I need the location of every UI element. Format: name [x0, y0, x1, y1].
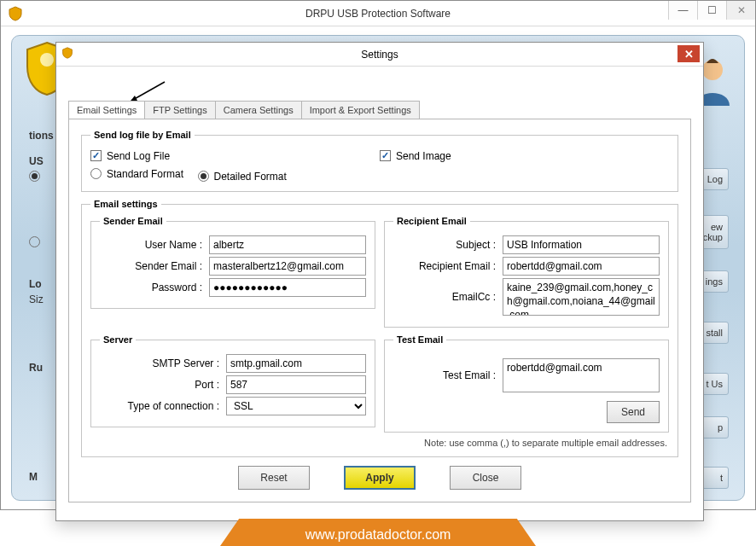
port-label: Port : — [100, 379, 219, 391]
svg-line-2 — [131, 82, 165, 101]
dialog-close-button[interactable]: ✕ — [677, 45, 700, 62]
comma-note: Note: use comma (,) to separate multiple… — [90, 438, 667, 448]
test-email-label: Test Email : — [393, 369, 496, 381]
close-window-button[interactable]: ✕ — [726, 1, 755, 20]
username-label: User Name : — [100, 239, 202, 251]
smtp-input[interactable] — [226, 354, 366, 373]
app-icon — [6, 4, 25, 23]
bg-run-label: Ru — [29, 362, 43, 374]
tab-content: Send log file by Email ✓Send Log File St… — [68, 119, 691, 502]
app-title: DRPU USB Protection Software — [305, 8, 451, 20]
bg-usb-label: US — [29, 155, 44, 167]
apply-button[interactable]: Apply — [344, 466, 416, 490]
dialog-title: Settings — [361, 49, 398, 61]
svg-point-0 — [40, 53, 54, 67]
bg-m-label: M — [29, 471, 38, 483]
sender-email-input[interactable] — [209, 257, 366, 276]
settings-dialog: Settings ✕ Email Settings FTP Settings C… — [55, 42, 704, 521]
detailed-format-radio[interactable]: Detailed Format — [198, 171, 287, 183]
standard-format-radio[interactable]: Standard Format — [90, 168, 183, 180]
tab-import-export-settings[interactable]: Import & Export Settings — [302, 101, 420, 119]
reset-button[interactable]: Reset — [238, 466, 310, 490]
password-label: Password : — [100, 282, 202, 293]
bg-radio-2[interactable] — [29, 236, 55, 250]
watermark-url: www.prodatadoctor.com — [220, 519, 536, 546]
port-input[interactable] — [226, 375, 366, 394]
recipient-email-input[interactable] — [503, 257, 660, 276]
maximize-button[interactable]: ☐ — [697, 1, 726, 20]
watermark: www.prodatadoctor.com — [0, 519, 756, 546]
tab-ftp-settings[interactable]: FTP Settings — [145, 101, 215, 119]
send-test-button[interactable]: Send — [607, 401, 660, 423]
tab-strip: Email Settings FTP Settings Camera Setti… — [68, 101, 703, 119]
tab-email-settings[interactable]: Email Settings — [68, 101, 145, 119]
close-button[interactable]: Close — [450, 466, 521, 490]
send-log-file-checkbox[interactable]: ✓Send Log File — [90, 150, 170, 162]
smtp-label: SMTP Server : — [100, 357, 219, 369]
recipient-email-label: Recipient Email : — [393, 260, 496, 272]
bg-options-label: tions — [29, 130, 54, 142]
minimize-button[interactable]: — — [668, 1, 697, 20]
subject-label: Subject : — [393, 239, 496, 251]
conn-type-select[interactable]: SSL — [226, 397, 366, 415]
send-log-group: Send log file by Email ✓Send Log File St… — [81, 130, 678, 192]
app-titlebar: DRPU USB Protection Software — ☐ ✕ — [1, 1, 755, 26]
dialog-titlebar: Settings ✕ — [56, 43, 703, 67]
sender-email-legend: Sender Email — [100, 216, 166, 226]
bg-log-label: Lo — [29, 278, 42, 290]
subject-input[interactable] — [503, 235, 660, 254]
email-settings-group: Email settings Sender Email User Name : … — [81, 199, 678, 457]
conn-type-label: Type of connection : — [100, 400, 219, 412]
password-input[interactable] — [209, 278, 366, 297]
recipient-email-legend: Recipient Email — [393, 216, 470, 226]
tab-camera-settings[interactable]: Camera Settings — [216, 101, 302, 119]
send-log-legend: Send log file by Email — [90, 130, 195, 140]
app-window: DRPU USB Protection Software — ☐ ✕ tions… — [0, 0, 756, 510]
emailcc-input[interactable] — [503, 278, 660, 316]
emailcc-label: EmailCc : — [393, 291, 496, 303]
bg-size-label: Siz — [29, 293, 44, 305]
window-buttons: — ☐ ✕ — [668, 1, 755, 20]
server-legend: Server — [100, 334, 136, 345]
server-group: Server SMTP Server : Port : Type of conn… — [90, 334, 375, 427]
dialog-shield-icon — [61, 47, 73, 62]
test-email-group: Test Email Test Email : Send — [384, 334, 669, 433]
email-settings-legend: Email settings — [90, 199, 161, 209]
test-email-input[interactable] — [503, 358, 660, 392]
bg-radio-1[interactable] — [29, 170, 55, 182]
dialog-footer: Reset Apply Close — [81, 466, 678, 490]
send-image-checkbox[interactable]: ✓Send Image — [380, 150, 451, 162]
test-email-legend: Test Email — [393, 334, 446, 345]
username-input[interactable] — [209, 235, 366, 254]
sender-email-label: Sender Email : — [100, 260, 202, 272]
sender-email-group: Sender Email User Name : Sender Email : … — [90, 216, 375, 309]
recipient-email-group: Recipient Email Subject : Recipient Emai… — [384, 216, 669, 328]
